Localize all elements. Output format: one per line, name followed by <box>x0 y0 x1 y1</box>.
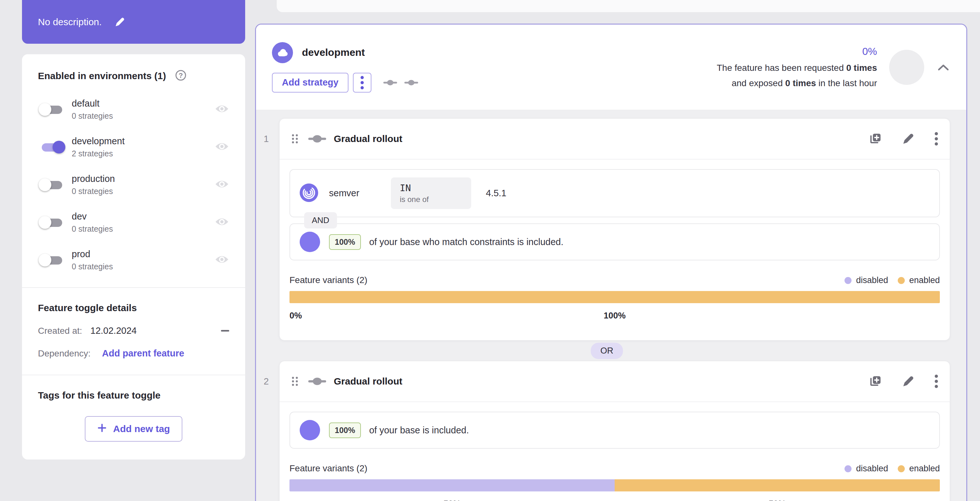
add-new-tag-button[interactable]: Add new tag <box>85 416 182 442</box>
environment-more-menu-button[interactable] <box>353 73 371 93</box>
strategy-index: 1 <box>264 118 279 340</box>
help-icon[interactable]: ? <box>174 69 187 83</box>
variants-segment-enabled <box>615 479 940 491</box>
toggle-default[interactable] <box>38 102 66 117</box>
env-name: dev <box>72 211 215 222</box>
env-name: default <box>72 98 215 109</box>
constraint-field-name: semver <box>329 188 391 198</box>
rollout-strategy-icon <box>308 135 326 143</box>
environments-section: Enabled in environments (1) ? default 0 … <box>22 54 245 287</box>
segment-percent-label: 50% <box>768 499 786 501</box>
strategy-list: 1 Gradual rollout <box>256 110 966 501</box>
rollout-circle-icon <box>300 232 320 252</box>
drag-handle[interactable] <box>291 133 299 144</box>
toggle-prod[interactable] <box>38 252 66 268</box>
copy-strategy-icon[interactable] <box>868 132 882 146</box>
edit-description-pencil-icon[interactable] <box>115 17 125 27</box>
rollout-strategy-mini-icon <box>404 80 418 86</box>
usage-percent: 0% <box>862 45 877 58</box>
eye-icon[interactable] <box>215 217 229 228</box>
eye-icon[interactable] <box>215 255 229 265</box>
tags-title: Tags for this feature toggle <box>38 390 229 401</box>
created-at-label: Created at: <box>38 326 82 336</box>
edit-strategy-pencil-icon[interactable] <box>902 375 915 388</box>
usage-stats: 0% The feature has been requested 0 time… <box>717 45 877 90</box>
collapse-environment-button[interactable] <box>936 64 950 71</box>
add-strategy-label: Add strategy <box>282 77 338 88</box>
left-sidebar: No description. Enabled in environments … <box>22 0 245 460</box>
eye-icon[interactable] <box>215 142 229 153</box>
constraint-operator-chip: IN is one of <box>391 177 471 209</box>
avatar <box>889 50 924 85</box>
strategy-index: 2 <box>264 361 279 501</box>
strategy-more-menu-icon[interactable] <box>934 374 938 388</box>
legend-dot-disabled <box>845 277 851 284</box>
rollout-description: of your base is included. <box>369 425 469 436</box>
env-strategy-count: 0 strategies <box>72 187 215 196</box>
rollout-strategy-mini-icon <box>383 80 398 86</box>
sidebar-card: Enabled in environments (1) ? default 0 … <box>22 54 245 460</box>
add-parent-feature-link[interactable]: Add parent feature <box>102 348 184 359</box>
rollout-percentage-badge: 100% <box>329 423 361 438</box>
variants-legend: disabled enabled <box>845 275 940 285</box>
variants-segment-enabled <box>290 291 940 303</box>
created-at-value: 12.02.2024 <box>91 325 137 336</box>
dependency-label: Dependency: <box>38 348 91 359</box>
strategy-title: Gradual rollout <box>334 376 402 387</box>
legend-label: disabled <box>856 464 888 474</box>
or-separator-badge: OR <box>591 343 623 359</box>
env-strategy-count: 2 strategies <box>72 149 215 158</box>
eye-icon[interactable] <box>215 179 229 190</box>
environment-accordion-development: development Add strategy 0% The feature … <box>255 24 967 501</box>
feature-details-title: Feature toggle details <box>38 303 229 313</box>
rollout-circle-icon <box>300 420 320 440</box>
variants-legend: disabled enabled <box>845 464 940 474</box>
env-strategy-count: 0 strategies <box>72 262 215 271</box>
toggle-development[interactable] <box>38 139 66 155</box>
add-new-tag-label: Add new tag <box>113 423 170 434</box>
env-row-production: production 0 strategies <box>38 174 229 196</box>
toggle-dev[interactable] <box>38 214 66 230</box>
kebab-icon <box>360 76 364 90</box>
edit-strategy-pencil-icon[interactable] <box>902 132 915 145</box>
constraint-box: semver IN is one of 4.5.1 <box>290 169 940 217</box>
copy-strategy-icon[interactable] <box>868 374 882 388</box>
legend-dot-enabled <box>898 465 905 472</box>
header-card-remnant <box>277 0 980 12</box>
rollout-strategy-icon <box>308 377 326 386</box>
eye-icon[interactable] <box>215 104 229 115</box>
legend-label: enabled <box>909 275 940 285</box>
collapse-icon[interactable] <box>221 330 229 332</box>
env-row-default: default 0 strategies <box>38 98 229 121</box>
env-row-development: development 2 strategies <box>38 136 229 158</box>
feature-variants-label: Feature variants (2) <box>290 463 367 474</box>
variants-segment-disabled <box>290 479 615 491</box>
legend-label: enabled <box>909 464 940 474</box>
strategy-more-menu-icon[interactable] <box>934 132 938 146</box>
strategy-preview-icons <box>383 80 418 86</box>
usage-line1: The feature has been requested 0 times <box>717 62 877 74</box>
and-joiner-badge: AND <box>304 212 337 228</box>
variants-bar <box>290 479 940 491</box>
toggle-production[interactable] <box>38 177 66 193</box>
constraint-value: 4.5.1 <box>486 188 507 198</box>
environments-section-title: Enabled in environments (1) <box>38 70 166 81</box>
drag-handle[interactable] <box>291 376 299 387</box>
add-strategy-button[interactable]: Add strategy <box>272 73 348 93</box>
tags-section: Tags for this feature toggle Add new tag <box>22 375 245 460</box>
constraint-operator: IN <box>400 182 462 193</box>
variants-bar-labels: 0% 100% <box>290 308 940 327</box>
segment-percent-label: 0% <box>290 311 302 321</box>
variants-bar <box>290 291 940 303</box>
env-name: prod <box>72 249 215 259</box>
chevron-up-icon <box>938 64 949 71</box>
description-text: No description. <box>38 17 102 27</box>
rollout-description: of your base who match constraints is in… <box>369 237 563 247</box>
env-row-dev: dev 0 strategies <box>38 211 229 234</box>
rollout-box: 100% of your base is included. <box>290 412 940 449</box>
rollout-percentage-badge: 100% <box>329 234 361 250</box>
env-strategy-count: 0 strategies <box>72 224 215 234</box>
legend-dot-disabled <box>845 465 851 472</box>
segment-percent-label: 100% <box>603 311 625 321</box>
rollout-box: 100% of your base who match constraints … <box>290 223 940 260</box>
